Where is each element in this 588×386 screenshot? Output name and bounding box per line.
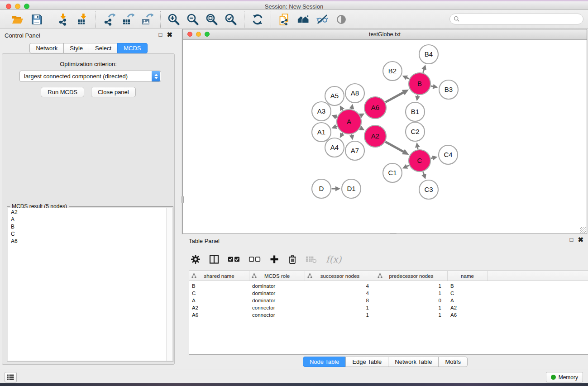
task-history-button[interactable]	[5, 372, 17, 382]
memory-button[interactable]: Memory	[546, 372, 583, 382]
search-input[interactable]	[462, 16, 579, 22]
result-list-scrollbar[interactable]	[166, 208, 172, 361]
search-box[interactable]	[449, 14, 583, 24]
list-icon	[7, 374, 14, 381]
refresh-button[interactable]	[250, 12, 265, 27]
node-A5[interactable]: A5	[325, 86, 344, 105]
result-list-item[interactable]: B	[8, 223, 172, 230]
float-panel-icon[interactable]: □	[159, 32, 163, 38]
close-table-panel-icon[interactable]: ✖	[578, 237, 583, 243]
delete-column-button[interactable]	[288, 253, 297, 265]
node-C[interactable]: C	[409, 150, 430, 172]
node-C4[interactable]: C4	[439, 145, 458, 164]
node-B3[interactable]: B3	[439, 80, 458, 99]
deselect-all-columns-button[interactable]	[249, 253, 261, 265]
new-network-from-selection-button[interactable]	[277, 12, 292, 27]
svg-text:D: D	[319, 185, 324, 192]
tab-node-table[interactable]: Node Table	[303, 357, 346, 367]
toolbar-group	[271, 11, 354, 28]
tab-style[interactable]: Style	[63, 43, 89, 53]
table-cell: A	[189, 297, 249, 305]
node-C1[interactable]: C1	[383, 163, 402, 182]
svg-text:B4: B4	[425, 50, 433, 58]
float-table-panel-icon[interactable]: □	[570, 237, 574, 243]
open-file-button[interactable]	[10, 12, 25, 27]
table-row[interactable]: A6connector11A6	[189, 312, 588, 319]
desktop-wallpaper-strip	[0, 383, 588, 386]
close-panel-icon[interactable]: ✖	[167, 32, 172, 38]
zoom-in-button[interactable]	[167, 12, 181, 27]
save-session-button[interactable]	[29, 12, 44, 27]
table-row[interactable]: Adominator80A	[189, 297, 588, 305]
node-A7[interactable]: A7	[345, 141, 364, 160]
import-table-button[interactable]	[75, 12, 90, 27]
home-button[interactable]	[296, 12, 311, 27]
result-list-item[interactable]: A6	[8, 238, 172, 245]
split-columns-button[interactable]	[209, 253, 219, 265]
main-toolbar	[0, 10, 588, 29]
column-header-name[interactable]: name	[448, 271, 488, 281]
node-D1[interactable]: D1	[342, 179, 361, 198]
table-row[interactable]: Cdominator41C	[189, 290, 588, 297]
column-header-shared-name[interactable]: shared name	[189, 271, 249, 281]
table-cell: A6	[448, 312, 488, 319]
network-canvas[interactable]: B4B2BB3A5A8A6A3B1AA1C2A2A4A7C4CC1DD1C3	[183, 40, 587, 234]
apply-function-button: f(x)	[326, 253, 341, 265]
svg-text:C1: C1	[388, 169, 397, 176]
zoom-fit-button[interactable]	[205, 12, 219, 27]
node-table[interactable]: shared nameMCDS rolesuccessor nodesprede…	[189, 271, 588, 355]
zoom-out-button[interactable]	[186, 12, 200, 27]
settings-gear-button[interactable]	[191, 253, 201, 265]
tab-network[interactable]: Network	[29, 43, 64, 53]
show-network-view-button[interactable]	[334, 12, 349, 27]
column-header-MCDS-role[interactable]: MCDS role	[249, 271, 305, 281]
column-header-predecessor-nodes[interactable]: predecessor nodes	[375, 271, 448, 281]
node-A3[interactable]: A3	[312, 102, 331, 121]
node-A1[interactable]: A1	[312, 123, 331, 142]
tab-network-table[interactable]: Network Table	[388, 357, 439, 367]
add-column-button[interactable]	[269, 253, 279, 265]
window-resize-handle[interactable]	[580, 227, 586, 233]
node-D[interactable]: D	[312, 179, 331, 198]
network-window-titlebar[interactable]: testGlobe.txt	[183, 29, 587, 40]
criterion-dropdown[interactable]: largest connected component (directed)	[19, 71, 161, 82]
tab-mcds[interactable]: MCDS	[117, 43, 147, 53]
table-row[interactable]: Bdominator41B	[189, 283, 588, 290]
export-image-button[interactable]	[140, 12, 154, 27]
node-A8[interactable]: A8	[345, 84, 364, 103]
result-list-item[interactable]: C	[8, 230, 172, 238]
tab-select[interactable]: Select	[89, 43, 118, 53]
node-A[interactable]: A	[337, 110, 361, 134]
node-A6[interactable]: A6	[364, 97, 386, 119]
control-panel: Control Panel □ ✖ NetworkStyleSelectMCDS…	[0, 29, 177, 370]
hide-graphics-details-button[interactable]	[315, 12, 330, 27]
node-A2[interactable]: A2	[364, 125, 386, 147]
node-A4[interactable]: A4	[325, 138, 344, 157]
node-C3[interactable]: C3	[419, 180, 438, 199]
result-list-item[interactable]: A2	[8, 209, 172, 216]
table-row[interactable]: A2connector11A2	[189, 305, 588, 312]
zoom-selected-button[interactable]	[224, 12, 238, 27]
run-mcds-button[interactable]: Run MCDS	[41, 87, 84, 97]
node-B1[interactable]: B1	[406, 102, 425, 121]
mcds-result-list[interactable]: A2ABCA6	[8, 208, 172, 361]
node-B4[interactable]: B4	[419, 45, 438, 64]
vertical-divider-grip[interactable]	[182, 196, 184, 203]
svg-text:A8: A8	[351, 89, 359, 97]
export-network-button[interactable]	[102, 12, 116, 27]
node-C2[interactable]: C2	[406, 122, 425, 141]
close-panel-button[interactable]: Close panel	[91, 87, 136, 97]
result-list-item[interactable]: A	[8, 216, 172, 223]
export-table-button[interactable]	[121, 12, 135, 27]
svg-text:A7: A7	[351, 147, 359, 154]
delete-table-icon	[306, 254, 317, 264]
node-B[interactable]: B	[409, 73, 430, 95]
svg-text:C: C	[417, 157, 422, 164]
tab-motifs[interactable]: Motifs	[438, 357, 468, 367]
column-header-successor-nodes[interactable]: successor nodes	[305, 271, 375, 281]
table-cell: A	[448, 297, 488, 305]
tab-edge-table[interactable]: Edge Table	[345, 357, 388, 367]
select-all-columns-button[interactable]	[228, 253, 240, 265]
node-B2[interactable]: B2	[383, 62, 402, 81]
import-network-button[interactable]	[56, 12, 71, 27]
